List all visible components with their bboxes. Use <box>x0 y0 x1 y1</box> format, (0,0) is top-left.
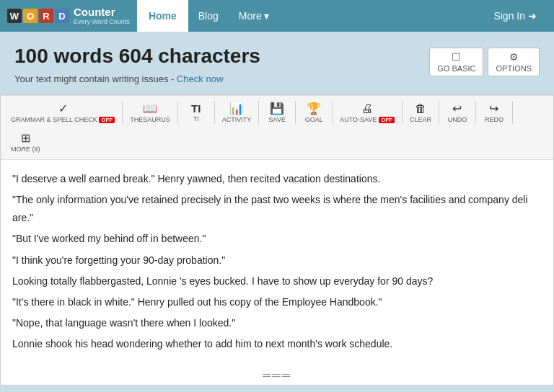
thesaurus-button[interactable]: 📖 THESAURUS <box>126 99 175 127</box>
undo-button[interactable]: ↩ UNDO <box>442 99 472 127</box>
toolbar: ✓ GRAMMAR & SPELL CHECK OFF 📖 THESAURUS … <box>1 95 553 160</box>
go-basic-icon: ☐ <box>452 51 461 63</box>
options-button[interactable]: ⚙ OPTIONS <box>488 48 540 76</box>
thesaurus-icon: 📖 <box>143 102 157 115</box>
toolbar-sep-1 <box>122 101 123 124</box>
nav-more[interactable]: More ▾ <box>229 0 279 32</box>
logo-tile-r: R <box>39 9 53 23</box>
writing-issues-bar: Your text might contain writing issues -… <box>14 74 260 84</box>
toolbar-sep-3 <box>214 101 215 124</box>
toolbar-sep-9 <box>475 101 476 124</box>
logo: W O R D Counter Every Word Counts <box>7 6 130 25</box>
more-icon: ⊞ <box>21 131 30 145</box>
toolbar-sep-2 <box>177 101 178 124</box>
signin-icon: ➜ <box>528 10 537 22</box>
list-item: "But I've worked my behind off in betwee… <box>12 230 542 248</box>
toolbar-sep-7 <box>402 101 403 124</box>
text-editor[interactable]: "I deserve a well earned break." Henry y… <box>1 160 553 367</box>
nav-blog[interactable]: Blog <box>188 0 229 32</box>
toolbar-sep-10 <box>512 101 513 124</box>
goal-icon: 🏆 <box>307 102 321 115</box>
go-basic-button[interactable]: ☐ GO BASIC <box>429 48 483 76</box>
chevron-down-icon: ▾ <box>264 10 269 22</box>
list-item: Lonnie shook his head wondering whether … <box>12 335 542 353</box>
logo-tiles: W O R D <box>7 9 69 23</box>
word-char-count: 100 words 604 characters <box>14 45 260 68</box>
undo-icon: ↩ <box>452 102 462 115</box>
ti-button[interactable]: TI TI <box>181 99 211 126</box>
save-icon: 💾 <box>270 102 284 115</box>
logo-text-block: Counter Every Word Counts <box>74 6 130 25</box>
check-now-link-top[interactable]: Check now <box>177 74 223 84</box>
nav-signin[interactable]: Sign In ➜ <box>483 0 547 32</box>
more-button[interactable]: ⊞ MORE (9) <box>6 128 45 156</box>
nav-home[interactable]: Home <box>137 0 188 32</box>
ti-icon: TI <box>191 102 201 115</box>
toolbar-sep-5 <box>295 101 296 124</box>
list-item: Looking totally flabbergasted, Lonnie 's… <box>12 272 542 290</box>
header-section: 100 words 604 characters Your text might… <box>0 32 554 94</box>
logo-subtitle: Every Word Counts <box>74 18 130 25</box>
main-wrapper: ✓ GRAMMAR & SPELL CHECK OFF 📖 THESAURUS … <box>0 94 554 386</box>
toolbar-sep-4 <box>258 101 259 124</box>
grammar-spell-check-button[interactable]: ✓ GRAMMAR & SPELL CHECK OFF <box>6 99 119 127</box>
save-button[interactable]: 💾 SAVE <box>262 99 292 127</box>
list-item: "Nope, that language wasn't there when I… <box>12 314 542 332</box>
clear-button[interactable]: 🗑 CLEAR <box>405 99 436 127</box>
redo-button[interactable]: ↪ REDO <box>479 99 509 127</box>
logo-tile-d: D <box>55 9 69 23</box>
toolbar-sep-8 <box>439 101 439 124</box>
checkmark-icon: ✓ <box>58 102 68 115</box>
activity-button[interactable]: 📊 ACTIVITY <box>218 99 256 127</box>
toolbar-sep-6 <box>332 101 333 124</box>
logo-title: Counter <box>74 6 115 18</box>
scroll-dots-icon: ═══ <box>263 369 291 381</box>
autosave-off-badge: OFF <box>379 117 395 123</box>
autosave-button[interactable]: 🖨 AUTO-SAVE OFF <box>335 99 399 127</box>
autosave-icon: 🖨 <box>361 102 373 115</box>
redo-icon: ↪ <box>489 102 498 115</box>
list-item: "It's there in black in white." Henry pu… <box>12 293 542 311</box>
goal-button[interactable]: 🏆 GOAL <box>299 99 329 127</box>
options-icon: ⚙ <box>509 51 519 63</box>
list-item: "The only information you've retained pr… <box>12 191 542 227</box>
footer-bar: 100 words 604 characters Your text might… <box>0 386 554 392</box>
clear-icon: 🗑 <box>415 102 426 115</box>
list-item: "I deserve a well earned break." Henry y… <box>12 170 542 188</box>
scroll-hint: ═══ <box>1 366 553 385</box>
list-item: "I think you're forgetting your 90-day p… <box>12 251 542 270</box>
activity-icon: 📊 <box>229 102 244 115</box>
logo-tile-w: W <box>7 9 22 23</box>
logo-tile-o: O <box>23 9 38 23</box>
grammar-off-badge: OFF <box>99 117 115 123</box>
